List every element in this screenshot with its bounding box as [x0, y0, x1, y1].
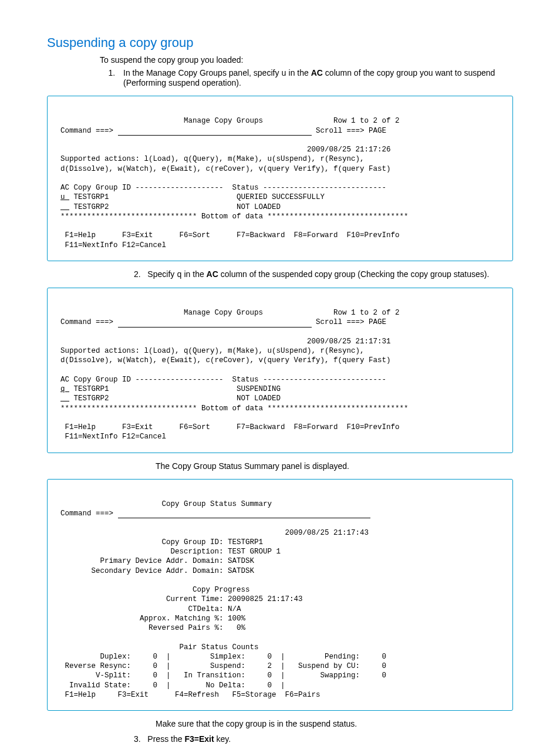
t2-timestamp: 2009/08/25 21:17:31 — [60, 337, 391, 346]
t3-psc3: V-Split: 0 | In Transition: 0 | Swapping… — [60, 671, 386, 680]
t1-header: AC Copy Group ID -------------------- St… — [60, 184, 386, 192]
t1-timestamp: 2009/08/25 21:17:26 — [60, 146, 391, 154]
t1-cmd-input[interactable] — [118, 128, 312, 136]
t3-cp4: Reversed Pairs %: 0% — [60, 624, 245, 632]
step-2: 2. Specify q in the AC column of the sus… — [134, 269, 513, 279]
step2-code: q — [177, 270, 181, 279]
step2-num: 2. — [134, 269, 141, 279]
after-step2-text: The Copy Group Status Summary panel is d… — [156, 461, 513, 471]
t2-row1-rest: TESTGRP1 SUSPENDING — [69, 385, 281, 393]
t3-cp-title: Copy Progress — [60, 586, 250, 594]
t2-cmd-label: Command ===> — [60, 318, 118, 326]
t3-cp1: Current Time: 20090825 21:17:43 — [60, 595, 303, 603]
t2-row1-ac[interactable]: q — [60, 385, 69, 393]
t3-psc4: Invalid State: 0 | No Delta: 0 | — [60, 681, 285, 690]
t1-row1-rest: TESTGRP1 QUERIED SUCCESSFULLY — [69, 193, 325, 201]
t1-actions2: d(Dissolve), w(Watch), e(Ewait), c(reCov… — [60, 165, 391, 173]
terminal-panel-1: Manage Copy Groups Row 1 to 2 of 2 Comma… — [47, 96, 513, 261]
terminal-panel-3: Copy Group Status Summary Command ===> 2… — [47, 479, 513, 711]
t2-scroll: Scroll ===> PAGE — [312, 318, 387, 326]
step1-bold: AC — [311, 68, 323, 77]
t1-title: Manage Copy Groups Row 1 to 2 of 2 — [60, 117, 400, 125]
step2-bold: AC — [207, 269, 218, 279]
t1-fkeys1: F1=Help F3=Exit F6=Sort F7=Backward F8=F… — [60, 231, 400, 239]
t3-l4: Secondary Device Addr. Domain: SATDSK — [60, 567, 254, 575]
terminal-panel-2: Manage Copy Groups Row 1 to 2 of 2 Comma… — [47, 288, 513, 453]
step3-prefix: Press the — [147, 734, 184, 744]
t3-cp3: Approx. Matching %: 100% — [60, 615, 245, 623]
step3-bold: F3=Exit — [184, 734, 214, 744]
intro-text: To suspend the copy group you loaded: — [100, 55, 513, 65]
t2-fkeys2: F11=NextInfo F12=Cancel — [60, 433, 166, 441]
t3-timestamp: 2009/08/25 21:17:43 — [60, 529, 369, 537]
steps-list: In the Manage Copy Groups panel, specify… — [117, 68, 513, 87]
step1-mid: in the — [286, 68, 311, 77]
step3-num: 3. — [134, 734, 141, 744]
t3-fkeys: F1=Help F3=Exit F4=Refresh F5=Storage F6… — [60, 691, 321, 699]
t2-bottom: ******************************* Bottom o… — [60, 404, 409, 413]
t3-l1: Copy Group ID: TESTGRP1 — [60, 538, 263, 546]
t3-cmd-label: Command ===> — [60, 509, 118, 518]
t1-actions1: Supported actions: l(Load), q(Query), m(… — [60, 155, 365, 163]
after-step3-text: Make sure that the copy group is in the … — [156, 719, 513, 728]
t1-row1-ac[interactable]: u — [60, 193, 69, 201]
t3-cmd-input[interactable] — [118, 511, 370, 518]
t3-l2: Description: TEST GROUP 1 — [60, 548, 281, 556]
step1-prefix: In the Manage Copy Groups panel, specify — [123, 68, 281, 77]
t3-psc1: Duplex: 0 | Simplex: 0 | Pending: 0 — [60, 653, 386, 661]
t2-actions2: d(Dissolve), w(Watch), e(Ewait), c(reCov… — [60, 356, 391, 364]
t2-title: Manage Copy Groups Row 1 to 2 of 2 — [60, 309, 400, 317]
t3-psc2: Reverse Resync: 0 | Suspend: 2 | Suspend… — [60, 662, 386, 670]
t3-psc-title: Pair Status Counts — [60, 643, 259, 652]
t2-actions1: Supported actions: l(Load), q(Query), m(… — [60, 347, 365, 355]
step2-suffix: column of the suspended copy group (Chec… — [218, 269, 490, 279]
t1-row2-rest: TESTGRP2 NOT LOADED — [69, 203, 281, 211]
t3-l3: Primary Device Addr. Domain: SATDSK — [60, 557, 254, 565]
t2-header: AC Copy Group ID -------------------- St… — [60, 376, 386, 384]
step3-suffix: key. — [214, 734, 231, 744]
t2-row2-rest: TESTGRP2 NOT LOADED — [69, 394, 281, 403]
t2-row2-ac[interactable] — [60, 394, 69, 403]
t1-bottom: ******************************* Bottom o… — [60, 212, 409, 221]
t1-cmd-label: Command ===> — [60, 127, 118, 135]
t1-scroll: Scroll ===> PAGE — [312, 127, 387, 135]
t2-cmd-input[interactable] — [118, 320, 312, 328]
t3-cp2: CTDelta: N/A — [60, 605, 241, 613]
t3-title: Copy Group Status Summary — [60, 500, 272, 508]
t1-fkeys2: F11=NextInfo F12=Cancel — [60, 241, 166, 249]
step2-mid: in the — [182, 269, 207, 279]
t2-fkeys1: F1=Help F3=Exit F6=Sort F7=Backward F8=F… — [60, 423, 400, 431]
step1-code: u — [281, 69, 286, 78]
step-1: In the Manage Copy Groups panel, specify… — [117, 68, 513, 87]
step-3: 3. Press the F3=Exit key. — [134, 734, 513, 744]
section-heading: Suspending a copy group — [47, 35, 513, 50]
step2-prefix: Specify — [147, 269, 177, 279]
t1-row2-ac[interactable] — [60, 203, 69, 211]
